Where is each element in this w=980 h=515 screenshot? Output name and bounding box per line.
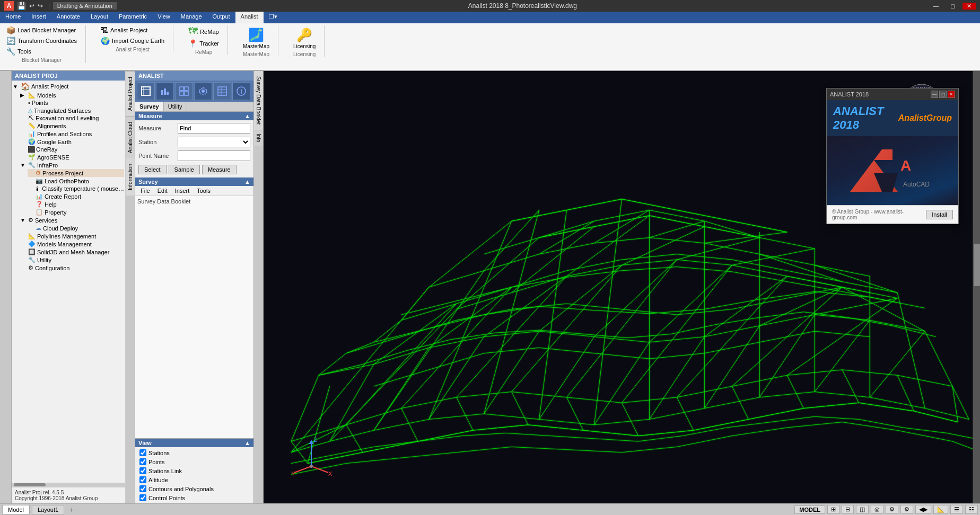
viewport-scrollbar-v[interactable]	[973, 71, 980, 503]
tab-extra[interactable]: ❐▾	[264, 12, 283, 23]
load-blocket-manager-btn[interactable]: 📦 Load Blocket Manager	[4, 25, 79, 35]
splash-install-btn[interactable]: Install	[926, 210, 953, 219]
nav-btn1[interactable]: ◀▶	[915, 505, 931, 514]
tab-utility[interactable]: Utility	[164, 102, 187, 111]
scrollbar-thumb-v[interactable]	[974, 244, 980, 286]
transform-coordinates-btn[interactable]: 🔄 Transform Coordinates	[4, 36, 79, 46]
stations-checkbox[interactable]	[139, 449, 146, 456]
status-tab-model[interactable]: Model	[2, 505, 30, 514]
tab-layout[interactable]: Layout	[85, 12, 113, 23]
tree-agrosense[interactable]: ▶ 🌱 AgroSENSE	[20, 153, 124, 161]
import-google-earth-btn[interactable]: 🌍 Import Google Earth	[99, 36, 167, 46]
add-layout-btn[interactable]: +	[66, 505, 77, 514]
tree-utility[interactable]: ▶ 🔧 Utility	[20, 256, 124, 264]
polar-btn[interactable]: ◎	[871, 505, 883, 514]
tree-services[interactable]: ▼ ⚙ Services	[20, 216, 124, 224]
mastermap-btn[interactable]: 🗾 MasterMap	[241, 25, 272, 50]
side-tab-project[interactable]: Analist Project	[126, 71, 135, 116]
settings-status-btn[interactable]: ⚙	[900, 505, 913, 514]
survey-edit-menu[interactable]: Edit	[154, 187, 171, 194]
analist-icon-survey[interactable]	[137, 82, 155, 100]
analist-project-ribbon-btn[interactable]: 🏗 Analist Project	[99, 25, 167, 35]
splash-restore[interactable]: ◻	[939, 91, 947, 98]
quick-access-save[interactable]: 💾	[17, 2, 26, 10]
tree-alignments[interactable]: ▶ 📏 Alignments	[20, 122, 124, 130]
sample-btn[interactable]: Sample	[169, 165, 200, 174]
tree-points[interactable]: ▶ • Points	[20, 99, 124, 106]
points-checkbox[interactable]	[139, 458, 146, 465]
tree-infrapro[interactable]: ▼ 🔧 InfraPro	[20, 161, 124, 169]
minimize-btn[interactable]: —	[929, 3, 943, 9]
analist-icon-info[interactable]: i	[232, 82, 250, 100]
tree-scrollbar-h[interactable]	[12, 483, 125, 487]
tree-solid3d[interactable]: ▶ 🔲 Solid3D and Mesh Manager	[20, 248, 124, 256]
tab-view[interactable]: View	[152, 12, 176, 23]
analist-icon-chart[interactable]	[156, 82, 174, 100]
control-points-checkbox[interactable]	[139, 494, 146, 501]
station-select[interactable]	[178, 137, 250, 147]
grid-toggle-btn[interactable]: ⊞	[827, 505, 839, 514]
quick-access-redo[interactable]: ↪	[38, 2, 43, 10]
side-tab-info2[interactable]: Info	[254, 130, 263, 146]
tab-parametric[interactable]: Parametric	[113, 12, 152, 23]
measure-input[interactable]	[178, 123, 250, 134]
view-collapse-btn[interactable]: ▲	[244, 440, 250, 446]
status-tab-layout1[interactable]: Layout1	[32, 505, 64, 514]
drafting-dropdown[interactable]: Drafting & Annotation	[53, 2, 117, 10]
close-btn[interactable]: ✕	[962, 3, 976, 10]
analist-icon-settings[interactable]	[194, 82, 212, 100]
survey-file-menu[interactable]: File	[137, 187, 153, 194]
splash-close[interactable]: ✕	[948, 91, 955, 98]
select-btn[interactable]: Select	[138, 165, 167, 174]
tab-manage[interactable]: Manage	[176, 12, 207, 23]
side-tab-booklet[interactable]: Survey Data Booklet	[254, 71, 263, 130]
splash-minimize[interactable]: —	[931, 91, 938, 98]
restore-btn[interactable]: ◻	[946, 3, 959, 10]
side-tab-cloud[interactable]: Analist Cloud	[126, 116, 135, 158]
point-name-input[interactable]	[178, 150, 250, 161]
side-tab-info[interactable]: Information	[126, 158, 135, 196]
tree-polylines[interactable]: ▶ 📐 Polylines Management	[20, 232, 124, 240]
tab-annotate[interactable]: Annotate	[51, 12, 85, 23]
tree-analist-project[interactable]: ▼ 🏠 Analist Project	[13, 82, 124, 91]
tree-create-report[interactable]: ▶ 📊 Create Report	[28, 192, 124, 200]
tab-insert[interactable]: Insert	[26, 12, 51, 23]
tree-help[interactable]: ▶ ❓ Help	[28, 200, 124, 208]
tree-load-orthophoto[interactable]: ▶ 📷 Load OrthoPhoto	[28, 177, 124, 185]
viewport-3d[interactable]: FRONT BACK L R FRONT WCS Z X	[264, 71, 980, 503]
survey-insert-menu[interactable]: Insert	[172, 187, 193, 194]
measure-btn[interactable]: Measure	[202, 165, 237, 174]
workspace-btn[interactable]: ☰	[950, 505, 963, 514]
survey-collapse-btn[interactable]: ▲	[244, 179, 250, 185]
tab-home[interactable]: Home	[0, 12, 26, 23]
tab-output[interactable]: Output	[207, 12, 235, 23]
altitude-checkbox[interactable]	[139, 476, 146, 483]
contours-checkbox[interactable]	[139, 485, 146, 492]
tree-google-earth[interactable]: ▶ 🌍 Google Earth	[20, 138, 124, 146]
annotation-btn[interactable]: 📐	[933, 505, 948, 514]
survey-tools-menu[interactable]: Tools	[194, 187, 214, 194]
tree-configuration[interactable]: ▶ ⚙ Configuration	[20, 264, 124, 272]
tree-property[interactable]: ▶ 📋 Property	[28, 208, 124, 216]
ortho-btn[interactable]: ◫	[856, 505, 869, 514]
licensing-btn[interactable]: 🔑 Licensing	[291, 25, 318, 50]
tree-models-mgmt[interactable]: ▶ 🔷 Models Management	[20, 240, 124, 248]
analist-icon-table[interactable]	[213, 82, 231, 100]
tracker-btn[interactable]: 📍 Tracker	[186, 39, 221, 48]
tree-profiles[interactable]: ▶ 📊 Profiles and Sections	[20, 130, 124, 138]
tab-survey[interactable]: Survey	[135, 102, 164, 111]
stations-link-checkbox[interactable]	[139, 467, 146, 474]
tree-classify-temp[interactable]: ▶ 🌡 Classify temperature ( mouse double	[28, 185, 124, 192]
tools-btn[interactable]: 🔧 Tools	[4, 47, 79, 56]
tree-triangulated[interactable]: ▶ △ Triangulated Surfaces	[20, 106, 124, 114]
quick-access-undo[interactable]: ↩	[29, 2, 34, 10]
tree-process-project[interactable]: ▶ ⚙ Process Project	[28, 169, 124, 177]
toolbar-btn[interactable]: ☷	[965, 505, 978, 514]
tree-models[interactable]: ▶ 📐 Models	[20, 91, 124, 99]
tree-excavation[interactable]: ▶ ⛏ Excavation and Leveling	[20, 114, 124, 122]
tree-oneray[interactable]: ▶ ⬛ OneRay	[20, 146, 124, 153]
analist-icon-grid[interactable]	[175, 82, 193, 100]
expand-icon[interactable]: ▼	[13, 84, 19, 90]
tree-cloud-deploy[interactable]: ▶ ☁ Cloud Deploy	[28, 224, 124, 232]
tab-analist[interactable]: Analist	[235, 12, 264, 23]
